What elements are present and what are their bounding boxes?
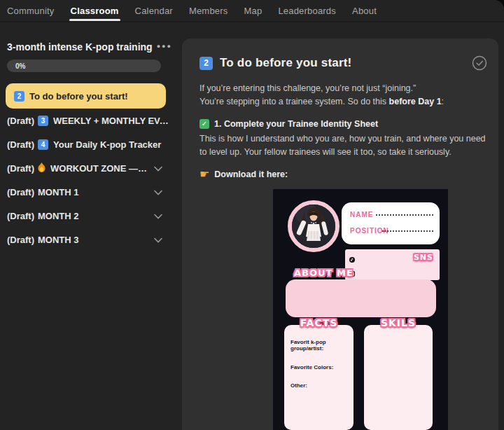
- chevron-down-icon[interactable]: [154, 211, 162, 221]
- skills-label: SKILS: [364, 317, 433, 328]
- intro-paragraph: If you’re entering this challenge, you’r…: [200, 82, 487, 109]
- step-title: 1. Complete your Trainee Identity Sheet: [214, 118, 378, 131]
- chevron-down-icon[interactable]: [154, 163, 162, 174]
- sidebar-item-label: MONTH 2: [38, 211, 148, 221]
- chevron-down-icon[interactable]: [154, 187, 162, 197]
- keycap-2-icon: 2: [14, 91, 24, 102]
- nav-leaderboards[interactable]: Leaderboards: [278, 0, 336, 22]
- draft-prefix: (Draft): [7, 187, 34, 197]
- course-title: 3-month intense K-pop training: [7, 41, 153, 53]
- about-me-label: ABOUT ME: [294, 268, 354, 278]
- lesson-title: To do before you start!: [220, 56, 351, 70]
- keycap-2-icon: 2: [200, 57, 213, 70]
- keycap-4-icon: 4: [38, 139, 48, 150]
- fact-item: Favorite Colors:: [290, 364, 348, 371]
- course-menu-icon[interactable]: ●●●: [157, 43, 172, 50]
- position-dotted-line: [382, 230, 433, 232]
- progress-label: 0%: [15, 62, 25, 70]
- name-position-fields: NAME POSITION: [342, 202, 440, 244]
- download-label: Download it here:: [214, 168, 288, 181]
- module-list: 2 To do before you start! (Draft) 3 WEEK…: [0, 83, 182, 251]
- sidebar-item-workout-zone[interactable]: (Draft) WORKOUT ZONE — BUIL…: [0, 156, 182, 180]
- sidebar-item-weekly-eval[interactable]: (Draft) 3 WEEKLY + MONTHLY EVALUAT…: [0, 109, 182, 132]
- tiktok-icon: [349, 253, 355, 265]
- facts-box: Favorit k-pop group/artist: Favorite Col…: [284, 325, 354, 430]
- pointing-finger-icon: ☛: [200, 169, 209, 180]
- idol-photo: [288, 200, 340, 252]
- sidebar-item-month-1[interactable]: (Draft) MONTH 1: [0, 180, 182, 204]
- trainee-identity-sheet-image[interactable]: NAME POSITION: [273, 189, 448, 430]
- step-body: This is how I understand who you are, ho…: [200, 132, 487, 159]
- fire-icon: [38, 162, 46, 174]
- intro-line-1: If you’re entering this challenge, you’r…: [200, 82, 487, 95]
- sidebar-item-daily-tracker[interactable]: (Draft) 4 Your Daily K-pop Tracker: [0, 132, 182, 156]
- step-heading: ✓ 1. Complete your Trainee Identity Shee…: [200, 118, 487, 131]
- draft-prefix: (Draft): [7, 116, 34, 126]
- draft-prefix: (Draft): [7, 163, 34, 174]
- top-nav: Community Classroom Calendar Members Map…: [0, 0, 504, 22]
- lesson-panel: 2 To do before you start! If you’re ente…: [182, 39, 498, 430]
- sidebar-item-label: MONTH 1: [38, 187, 148, 197]
- draft-prefix: (Draft): [7, 139, 34, 150]
- about-me-box: [286, 279, 436, 317]
- sidebar-item-todo[interactable]: 2 To do before you start!: [6, 83, 166, 109]
- nav-map[interactable]: Map: [244, 0, 262, 22]
- sidebar-item-label: WEEKLY + MONTHLY EVALUAT…: [53, 116, 175, 126]
- sidebar-item-label: MONTH 3: [38, 235, 148, 245]
- progress-bar: 0%: [7, 60, 161, 72]
- name-field-label: NAME: [350, 211, 373, 219]
- sidebar-item-label: WORKOUT ZONE — BUIL…: [50, 163, 148, 174]
- sidebar-item-month-3[interactable]: (Draft) MONTH 3: [0, 228, 182, 251]
- sns-label: SNS: [414, 253, 433, 262]
- chevron-down-icon[interactable]: [154, 235, 162, 245]
- sidebar-item-label: To do before you start!: [29, 91, 158, 102]
- download-line: ☛ Download it here:: [200, 168, 487, 181]
- nav-classroom[interactable]: Classroom: [71, 0, 119, 22]
- fact-item: Other:: [290, 382, 348, 389]
- draft-prefix: (Draft): [7, 235, 34, 245]
- name-dotted-line: [376, 214, 433, 216]
- mark-complete-icon[interactable]: [472, 55, 487, 71]
- intro-line-2: You’re stepping into a trainee system. S…: [200, 95, 487, 109]
- course-sidebar: 3-month intense K-pop training ●●● 0% 2 …: [0, 24, 182, 430]
- nav-community[interactable]: Community: [7, 0, 55, 22]
- keycap-3-icon: 3: [38, 116, 48, 126]
- sns-section: SNS: [345, 249, 440, 280]
- nav-calendar[interactable]: Calendar: [135, 0, 173, 22]
- app-window: Community Classroom Calendar Members Map…: [0, 0, 504, 430]
- skills-box: [364, 325, 433, 430]
- fact-item: Favorit k-pop group/artist:: [290, 339, 348, 352]
- check-mark-icon: ✓: [200, 119, 209, 129]
- draft-prefix: (Draft): [7, 211, 34, 221]
- sidebar-item-label: Your Daily K-pop Tracker: [53, 139, 175, 150]
- facts-label: FACTS: [284, 317, 354, 328]
- nav-about[interactable]: About: [352, 0, 377, 22]
- sidebar-item-month-2[interactable]: (Draft) MONTH 2: [0, 204, 182, 228]
- nav-members[interactable]: Members: [189, 0, 228, 22]
